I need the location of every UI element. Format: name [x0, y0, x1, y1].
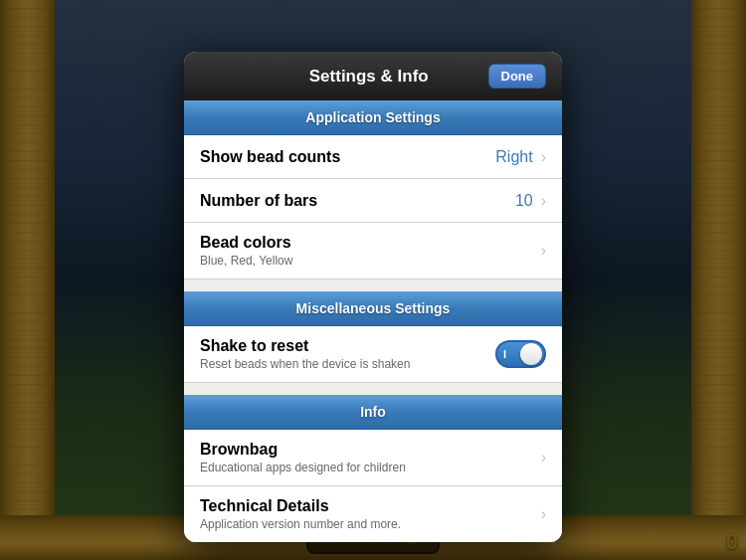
chevron-icon: › — [541, 192, 546, 210]
modal-header: Settings & Info Done — [184, 52, 562, 100]
brownbag-row[interactable]: Brownbag Educational apps designed for c… — [184, 430, 562, 486]
bead-colors-label: Bead colors — [200, 234, 537, 252]
done-button[interactable]: Done — [488, 64, 547, 89]
brownbag-sublabel: Educational apps designed for children — [200, 461, 537, 474]
info-title: Info — [360, 404, 386, 420]
chevron-icon: › — [541, 242, 546, 260]
show-bead-counts-row[interactable]: Show bead counts Right › — [184, 135, 562, 179]
technical-details-sublabel: Application version number and more. — [200, 517, 537, 531]
modal-overlay: Settings & Info Done Application Setting… — [0, 0, 746, 560]
miscellaneous-settings-title: Miscellaneous Settings — [296, 300, 451, 316]
chevron-icon: › — [541, 449, 546, 467]
shake-to-reset-toggle[interactable]: I — [495, 340, 546, 368]
toggle-on-label: I — [503, 348, 506, 360]
show-bead-counts-value: Right › — [495, 148, 546, 166]
info-header: Info — [184, 395, 562, 430]
miscellaneous-settings-header: Miscellaneous Settings — [184, 291, 562, 326]
application-settings-title: Application Settings — [305, 109, 440, 125]
bead-colors-sublabel: Blue, Red, Yellow — [200, 254, 537, 268]
settings-modal: Settings & Info Done Application Setting… — [184, 52, 562, 542]
shake-to-reset-label: Shake to reset — [200, 337, 495, 355]
number-of-bars-row[interactable]: Number of bars 10 › — [184, 179, 562, 223]
chevron-icon: › — [541, 505, 546, 523]
show-bead-counts-label: Show bead counts — [200, 148, 340, 166]
toggle-knob — [520, 343, 542, 365]
modal-title: Settings & Info — [250, 67, 488, 87]
application-settings-header: Application Settings — [184, 100, 562, 135]
technical-details-row[interactable]: Technical Details Application version nu… — [184, 486, 562, 542]
number-of-bars-label: Number of bars — [200, 192, 317, 210]
section-gap-1 — [184, 280, 562, 291]
number-of-bars-value: 10 › — [515, 192, 546, 210]
brownbag-label: Brownbag — [200, 441, 537, 459]
technical-details-label: Technical Details — [200, 497, 537, 515]
shake-to-reset-row[interactable]: Shake to reset Reset beads when the devi… — [184, 326, 562, 383]
section-gap-2 — [184, 383, 562, 395]
bead-colors-row[interactable]: Bead colors Blue, Red, Yellow › — [184, 223, 562, 280]
chevron-icon: › — [541, 148, 546, 166]
shake-to-reset-sublabel: Reset beads when the device is shaken — [200, 357, 495, 371]
